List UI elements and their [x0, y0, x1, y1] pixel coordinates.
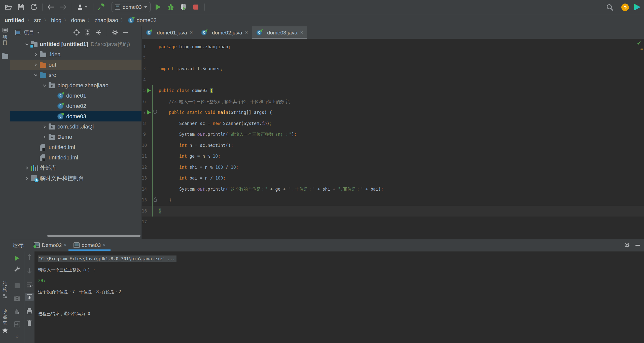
tree-row-com.sdbi.JiaQi[interactable]: com.sdbi.JiaQi — [10, 121, 141, 132]
folder-src-icon — [40, 73, 46, 78]
class-icon: C — [128, 17, 135, 24]
fold-shield-icon[interactable] — [153, 110, 157, 114]
editor-tab-dome03.java[interactable]: Cdome03.java× — [252, 26, 307, 39]
editor-tab-dome01.java[interactable]: Cdome01.java× — [142, 26, 197, 39]
class-icon: C — [57, 92, 64, 99]
close-icon[interactable]: × — [64, 242, 66, 248]
scroll-to-end-icon[interactable] — [25, 293, 34, 301]
sidebar-tab-project[interactable]: 项目 — [0, 28, 10, 46]
wrench-icon[interactable] — [14, 266, 20, 272]
trash-icon[interactable] — [27, 320, 32, 326]
stop-icon[interactable] — [191, 2, 201, 12]
breadcrumb-item-src[interactable]: src — [34, 17, 41, 24]
run-tab-dome03[interactable]: dome03× — [70, 239, 109, 251]
more-icon[interactable]: » — [16, 333, 19, 339]
warning-stripe-mark[interactable] — [640, 49, 643, 50]
redeploy-icon[interactable] — [14, 309, 20, 315]
tree-row-out[interactable]: out — [10, 60, 141, 70]
chevron-down-icon[interactable] — [31, 73, 40, 77]
tree-row-dome02[interactable]: Cdome02 — [10, 101, 141, 111]
tree-row-Demo[interactable]: Demo — [10, 132, 141, 142]
camera-icon[interactable] — [14, 296, 20, 301]
tree-row-untitled.iml[interactable]: untitled.iml — [10, 142, 141, 152]
build-hammer-icon[interactable] — [96, 2, 106, 12]
close-icon[interactable]: × — [190, 30, 193, 35]
tool-window-stripe: 项目 结构 收藏夹 — [0, 26, 10, 343]
project-panel-title: 项目 — [24, 29, 34, 36]
code-editor[interactable]: ✔ 1package blog.dome.zhaojiaao;23import … — [142, 39, 644, 239]
run-icon[interactable] — [153, 2, 163, 12]
exit-icon[interactable] — [14, 321, 20, 327]
tree-row-blog.dome.zhaojiaao[interactable]: blog.dome.zhaojiaao — [10, 80, 141, 91]
sidebar-tab-favorites[interactable]: 收藏夹 — [0, 309, 10, 333]
package-icon — [49, 83, 55, 88]
fold-lock-icon[interactable] — [153, 197, 157, 202]
coverage-shield-icon[interactable] — [178, 2, 188, 12]
project-tree: untitled [untitled1]D:\src(java代码).ideao… — [10, 39, 141, 183]
save-icon[interactable] — [16, 2, 26, 12]
hide-panel-icon[interactable] — [123, 32, 128, 33]
update-icon[interactable] — [621, 4, 629, 11]
search-icon[interactable] — [605, 2, 615, 12]
tree-row-临时文件和控制台[interactable]: 临时文件和控制台 — [10, 173, 141, 183]
checkmark-icon[interactable]: ✔ — [637, 40, 641, 47]
console-output[interactable]: "C:\Program Files\Java\jdk1.8.0_301\bin\… — [34, 251, 644, 343]
close-icon[interactable]: × — [245, 30, 248, 35]
open-folder-icon[interactable] — [4, 2, 14, 12]
back-arrow-icon[interactable] — [46, 2, 56, 12]
debug-bug-icon[interactable] — [166, 2, 176, 12]
run-tab-Demo02[interactable]: Demo02× — [30, 239, 70, 251]
tree-row-dome01[interactable]: Cdome01 — [10, 91, 141, 101]
printer-icon[interactable] — [26, 308, 32, 314]
tree-row-.idea[interactable]: .idea — [10, 49, 141, 60]
expand-all-icon[interactable] — [85, 29, 91, 35]
breadcrumb-item-untitled[interactable]: untitled — [5, 17, 24, 24]
sidebar-tab-folders[interactable] — [0, 54, 10, 59]
chevron-down-icon[interactable] — [37, 31, 40, 34]
tree-row-dome03[interactable]: Cdome03 — [10, 111, 141, 121]
tree-label: 临时文件和控制台 — [40, 175, 84, 182]
breadcrumb-item-dome03[interactable]: dome03 — [137, 17, 157, 24]
horizontal-scrollbar[interactable] — [47, 235, 140, 237]
chevron-right-icon[interactable] — [40, 135, 49, 139]
breadcrumb-item-dome[interactable]: dome — [71, 17, 85, 24]
tree-label: blog.dome.zhaojiaao — [57, 82, 109, 89]
chevron-right-icon[interactable] — [23, 166, 31, 170]
tree-label: dome01 — [66, 93, 86, 99]
chevron-right-icon[interactable] — [40, 125, 49, 128]
breadcrumb-item-zhaojiaao[interactable]: zhaojiaao — [94, 17, 118, 24]
tree-row-untitled1.iml[interactable]: untitled1.iml — [10, 152, 141, 163]
code-line-11: int ge = n % 10; — [159, 151, 221, 162]
rerun-icon[interactable] — [15, 255, 20, 261]
run-gutter-icon[interactable] — [147, 88, 151, 93]
editor-tab-dome02.java[interactable]: Cdome02.java× — [197, 26, 252, 39]
tree-row-外部库[interactable]: 外部库 — [10, 163, 141, 173]
user-icon[interactable] — [75, 2, 90, 12]
ide-logo-icon[interactable] — [633, 4, 640, 11]
chevron-right-icon[interactable] — [31, 63, 40, 67]
iml-icon — [40, 144, 45, 151]
up-arrow-icon[interactable] — [27, 254, 32, 260]
gear-icon[interactable] — [112, 29, 118, 35]
close-icon[interactable]: × — [300, 30, 303, 35]
down-arrow-icon[interactable] — [27, 268, 32, 274]
breadcrumb-item-blog[interactable]: blog — [51, 17, 62, 24]
close-icon[interactable]: × — [103, 242, 105, 248]
sidebar-tab-structure[interactable]: 结构 — [0, 281, 10, 298]
hide-panel-icon[interactable] — [635, 245, 640, 246]
forward-arrow-icon[interactable] — [58, 2, 68, 12]
tree-row-src[interactable]: src — [10, 70, 141, 80]
locate-icon[interactable] — [74, 29, 80, 35]
tree-row-untitled [untitled1][interactable]: untitled [untitled1]D:\src(java代码) — [10, 39, 141, 49]
collapse-all-icon[interactable] — [96, 29, 102, 35]
run-gutter-icon[interactable] — [147, 110, 151, 115]
chevron-right-icon[interactable] — [23, 177, 31, 180]
stop-icon[interactable] — [15, 283, 20, 288]
gear-icon[interactable] — [624, 242, 630, 248]
chevron-right-icon[interactable] — [31, 53, 40, 56]
soft-wrap-icon[interactable] — [26, 282, 32, 288]
chevron-down-icon[interactable] — [40, 84, 49, 87]
run-toolbar: » — [10, 251, 24, 343]
sync-icon[interactable] — [29, 2, 39, 12]
run-configuration-select[interactable]: dome03 — [112, 2, 151, 12]
